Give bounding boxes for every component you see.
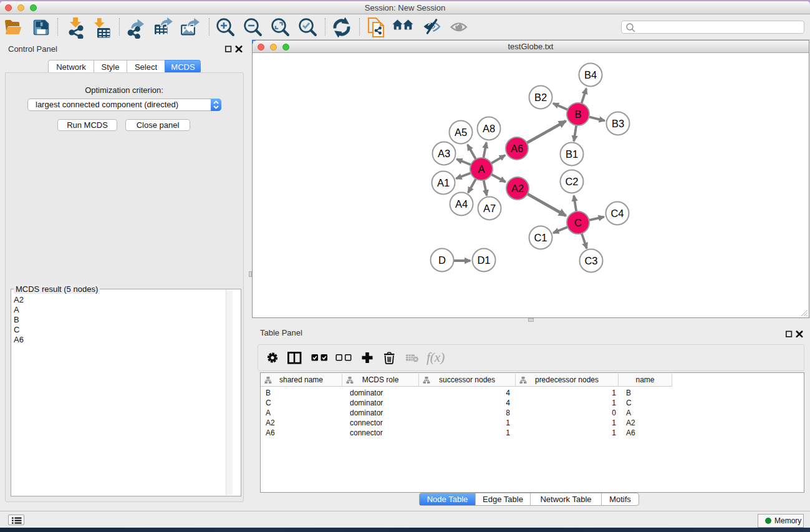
svg-text:A2: A2: [511, 183, 524, 194]
svg-text:A3: A3: [438, 148, 450, 159]
svg-text:B4: B4: [584, 69, 597, 80]
svg-text:f(x): f(x): [427, 350, 445, 365]
svg-text:B: B: [574, 109, 581, 120]
svg-text:B2: B2: [534, 92, 547, 103]
svg-text:A: A: [478, 163, 485, 175]
svg-text:A4: A4: [455, 198, 468, 210]
svg-text:A7: A7: [483, 203, 496, 214]
svg-text:A6: A6: [511, 143, 523, 154]
svg-text:A5: A5: [455, 127, 467, 138]
svg-text:D1: D1: [477, 254, 490, 266]
svg-text:A1: A1: [437, 177, 450, 188]
svg-text:A8: A8: [483, 123, 495, 134]
svg-text:B1: B1: [566, 148, 578, 160]
svg-text:C4: C4: [610, 208, 624, 219]
svg-text:C3: C3: [584, 255, 597, 266]
svg-text:C: C: [574, 217, 582, 228]
svg-text:B3: B3: [612, 118, 624, 129]
svg-text:D: D: [438, 254, 446, 266]
svg-text:C1: C1: [534, 232, 547, 243]
svg-text:C2: C2: [565, 176, 578, 187]
